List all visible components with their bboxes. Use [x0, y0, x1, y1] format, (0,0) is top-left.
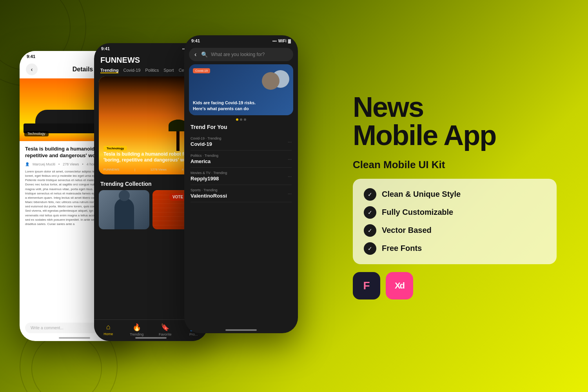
home-indicator-p1	[59, 337, 90, 339]
trend-info-2: Politics · Trending America	[191, 154, 288, 164]
tab-trending[interactable]: Trending	[100, 68, 118, 73]
check-icon-3: ✓	[364, 224, 376, 237]
carousel-dots	[184, 118, 298, 121]
info-panel: News Mobile App Clean Mobile UI Kit ✓ Cl…	[337, 85, 572, 307]
figma-badge: F	[353, 272, 380, 299]
status-time-p1: 9:41	[27, 54, 35, 59]
title-line2: Mobile App	[353, 121, 557, 149]
nav-home[interactable]: ⌂ Home	[94, 323, 123, 336]
author-icon: 👤	[25, 162, 29, 166]
xd-badge: Xd	[386, 272, 413, 299]
tab-covid[interactable]: Covid-19	[123, 68, 140, 73]
dot-sep2: •	[82, 162, 83, 166]
trend-name-3: Repply1998	[191, 176, 288, 181]
trend-category-3: Movies & TV · Trending	[191, 171, 288, 175]
dot-2	[240, 118, 242, 121]
feature-1: ✓ Clean & Unique Style	[364, 188, 546, 201]
feature-label-4: Free Fonts	[382, 244, 422, 253]
phones-showcase: 9:41 ▪▪▪ WiFi ▓ ‹ Details Technology Tes…	[16, 20, 337, 372]
card-source: FUNNEWS	[103, 168, 119, 171]
hero-tag: Covid-19	[193, 68, 210, 73]
back-icon-p3[interactable]: ‹	[194, 51, 196, 58]
trend-item-2[interactable]: Politics · Trending America ···	[191, 151, 292, 168]
trend-section: Trend For You Covid-19 · Trending Covid-…	[184, 122, 298, 205]
check-icon-4: ✓	[364, 242, 376, 255]
nav-home-label: Home	[103, 332, 113, 336]
battery-p3: ▓	[288, 39, 291, 43]
trend-name-1: Covid-19	[191, 141, 288, 147]
trend-more-4[interactable]: ···	[288, 191, 292, 196]
nav-favorite[interactable]: 🔖 Favorite	[151, 323, 180, 336]
feature-2: ✓ Fully Customizable	[364, 206, 546, 219]
person-circle-2	[262, 72, 279, 90]
views-count: 278 Views	[63, 162, 79, 166]
title-line1: News	[353, 93, 557, 121]
check-icon-2: ✓	[364, 206, 376, 219]
vote-badge: VOTE	[169, 193, 186, 201]
trend-info-1: Covid-19 · Trending Covid-19	[191, 136, 288, 147]
home-indicator-p2	[135, 337, 167, 339]
search-input-p3[interactable]: What are you looking for?	[211, 52, 288, 57]
trend-more-1[interactable]: ···	[288, 139, 292, 145]
feature-label-1: Clean & Unique Style	[382, 190, 461, 199]
person-silhouette	[114, 198, 134, 229]
nav-trending[interactable]: 🔥 Trending	[123, 323, 151, 336]
comment-placeholder: Write a comment...	[31, 326, 64, 330]
search-icon-p3: 🔍	[201, 51, 208, 58]
card-tag: Technology	[103, 146, 127, 151]
trend-item-4[interactable]: Sports · Trending ValentinoRossi ···	[191, 185, 292, 202]
signal-p3: ▪▪▪	[272, 39, 277, 43]
tab-sport[interactable]: Sport	[163, 68, 174, 73]
back-button[interactable]: ‹	[26, 64, 38, 75]
nav-profile-label: Pro...	[189, 332, 198, 336]
tools-row: F Xd	[353, 272, 557, 299]
trending-icon: 🔥	[132, 323, 141, 332]
main-layout: 9:41 ▪▪▪ WiFi ▓ ‹ Details Technology Tes…	[0, 0, 588, 392]
nav-trending-label: Trending	[130, 332, 143, 336]
tab-politics[interactable]: Politics	[145, 68, 159, 73]
hero-title: Kids are facing Covid-19 risks. Here's w…	[193, 100, 270, 111]
trend-category-4: Sports · Trending	[191, 188, 288, 192]
trend-category-2: Politics · Trending	[191, 154, 288, 158]
dot-1	[236, 118, 238, 121]
collection-item-1[interactable]	[99, 190, 149, 229]
status-time-p2: 9:41	[101, 46, 110, 51]
status-time-p3: 9:41	[191, 38, 200, 43]
features-box: ✓ Clean & Unique Style ✓ Fully Customiza…	[353, 179, 557, 264]
home-indicator-p3	[225, 329, 257, 331]
check-icon-1: ✓	[364, 188, 376, 201]
card-views: 1278 Views	[151, 168, 167, 171]
trend-more-3[interactable]: ···	[288, 174, 292, 179]
search-bar[interactable]: ‹ 🔍 What are you looking for?	[189, 48, 293, 61]
home-icon: ⌂	[106, 323, 111, 331]
trend-category-1: Covid-19 · Trending	[191, 136, 288, 140]
dot-3	[244, 118, 246, 121]
subtitle-text: Clean Mobile UI Kit	[353, 159, 557, 171]
nav-favorite-label: Favorite	[159, 332, 172, 336]
card-separator: |	[134, 168, 135, 171]
trend-section-title: Trend For You	[191, 124, 292, 130]
feature-label-3: Vector Based	[382, 226, 432, 235]
feature-4: ✓ Free Fonts	[364, 242, 546, 255]
trend-item-1[interactable]: Covid-19 · Trending Covid-19 ···	[191, 133, 292, 151]
xd-icon: Xd	[395, 281, 404, 291]
trend-info-3: Movies & TV · Trending Repply1998	[191, 171, 288, 181]
trend-more-2[interactable]: ···	[288, 156, 292, 162]
figma-icon: F	[363, 279, 370, 292]
trend-item-3[interactable]: Movies & TV · Trending Repply1998 ···	[191, 168, 292, 185]
status-bar-p3: 9:41 ▪▪▪ WiFi ▓	[184, 35, 298, 45]
feature-3: ✓ Vector Based	[364, 224, 546, 237]
app-title: News Mobile App	[353, 93, 557, 149]
trend-info-4: Sports · Trending ValentinoRossi	[191, 188, 288, 199]
status-icons-p3: ▪▪▪ WiFi ▓	[272, 39, 291, 43]
author-name: Marcuej Muciti	[33, 162, 55, 166]
hero-banner: Covid-19 Kids are facing Covid-19 risks.…	[189, 64, 293, 115]
favorite-icon: 🔖	[161, 323, 169, 332]
wifi-p3: WiFi	[278, 39, 287, 43]
feature-label-2: Fully Customizable	[382, 208, 453, 217]
trend-name-2: America	[191, 158, 288, 164]
phone-search: 9:41 ▪▪▪ WiFi ▓ ‹ 🔍 What are you looking…	[184, 35, 298, 333]
brand-name: FUNNEWS	[100, 56, 140, 65]
trend-name-4: ValentinoRossi	[191, 193, 288, 199]
dot-sep: •	[58, 162, 60, 166]
